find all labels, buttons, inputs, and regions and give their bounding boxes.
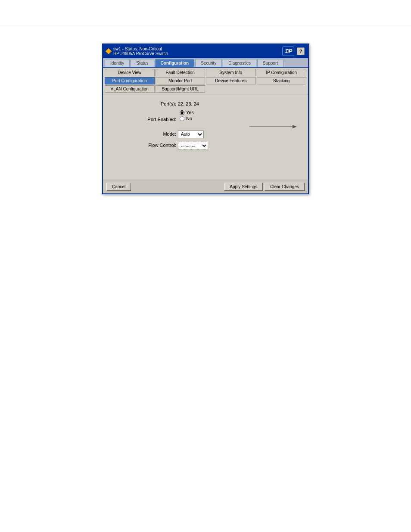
ports-label: Port(s):: [137, 101, 176, 106]
radio-no-text: No: [186, 116, 192, 121]
page-wrapper: sw1 - Status: Non-Critical HP J4905A Pro…: [0, 0, 411, 532]
device-window: sw1 - Status: Non-Critical HP J4905A Pro…: [102, 44, 309, 194]
ports-row: Port(s): 22, 23, 24: [137, 101, 299, 106]
help-button[interactable]: ?: [297, 47, 305, 55]
sub-nav: Device View Fault Detection System Info …: [103, 68, 308, 94]
top-rule: [0, 26, 411, 26]
footer-right-buttons: Apply Settings Clear Changes: [224, 183, 305, 191]
radio-yes-input[interactable]: [180, 110, 184, 115]
title-bar: sw1 - Status: Non-Critical HP J4905A Pro…: [103, 44, 308, 58]
subnav-port-configuration[interactable]: Port Configuration: [105, 77, 155, 84]
clear-changes-button[interactable]: Clear Changes: [265, 183, 305, 191]
flow-control-row: Flow Control: ............ Disabled Enab…: [137, 142, 299, 149]
apply-settings-button[interactable]: Apply Settings: [224, 183, 263, 191]
subnav-stacking[interactable]: Stacking: [257, 77, 307, 84]
cancel-button[interactable]: Cancel: [106, 183, 131, 191]
subnav-device-features[interactable]: Device Features: [206, 77, 256, 84]
tab-status[interactable]: Status: [131, 59, 154, 67]
subnav-device-view[interactable]: Device View: [105, 69, 155, 76]
port-enabled-yes-row: Yes: [137, 110, 299, 115]
hp-logo: 𝔇P: [282, 47, 294, 56]
port-enabled-label: Port Enabled:: [137, 117, 176, 122]
ports-value: 22, 23, 24: [178, 101, 199, 106]
title-bar-right: 𝔇P ?: [282, 47, 305, 56]
tab-identity[interactable]: Identity: [105, 59, 130, 67]
subnav-ip-configuration[interactable]: IP Configuration: [257, 69, 307, 76]
radio-yes-text: Yes: [186, 110, 194, 115]
tab-diagnostics[interactable]: Diagnostics: [223, 59, 256, 67]
radio-yes-label[interactable]: Yes: [180, 110, 194, 115]
flow-control-label: Flow Control:: [137, 143, 176, 148]
mode-select[interactable]: Auto 10 Half 10 Full 100 Half 100 Full 1…: [178, 131, 204, 138]
port-enabled-no-row: Port Enabled: No: [137, 116, 299, 122]
window-title: sw1 - Status: Non-Critical HP J4905A Pro…: [113, 47, 168, 56]
tab-configuration[interactable]: Configuration: [155, 59, 195, 67]
subnav-fault-detection[interactable]: Fault Detection: [156, 69, 206, 76]
mode-row: Mode: Auto 10 Half 10 Full 100 Half 100 …: [137, 131, 299, 138]
content-area: Port(s): 22, 23, 24 Yes Por: [103, 94, 308, 180]
flow-control-select[interactable]: ............ Disabled Enabled: [178, 142, 208, 149]
subnav-vlan-configuration[interactable]: VLAN Configuration: [105, 85, 155, 93]
nav-tabs: Identity Status Configuration Security D…: [103, 58, 308, 68]
subnav-monitor-port[interactable]: Monitor Port: [156, 77, 206, 84]
subnav-support-mgmt-url[interactable]: Support/Mgmt URL: [156, 85, 206, 93]
port-enabled-section: Yes Port Enabled: No: [137, 110, 299, 123]
tab-support[interactable]: Support: [257, 59, 283, 67]
radio-no-input[interactable]: [180, 116, 184, 121]
radio-no-label[interactable]: No: [180, 116, 192, 121]
mode-label: Mode:: [137, 131, 176, 137]
tab-security[interactable]: Security: [195, 59, 222, 67]
title-bar-left: sw1 - Status: Non-Critical HP J4905A Pro…: [106, 47, 168, 56]
footer-buttons: Cancel Apply Settings Clear Changes: [103, 180, 308, 193]
status-diamond-icon: [106, 48, 112, 54]
subnav-system-info[interactable]: System Info: [206, 69, 256, 76]
form-section: Port(s): 22, 23, 24 Yes Por: [112, 101, 299, 150]
